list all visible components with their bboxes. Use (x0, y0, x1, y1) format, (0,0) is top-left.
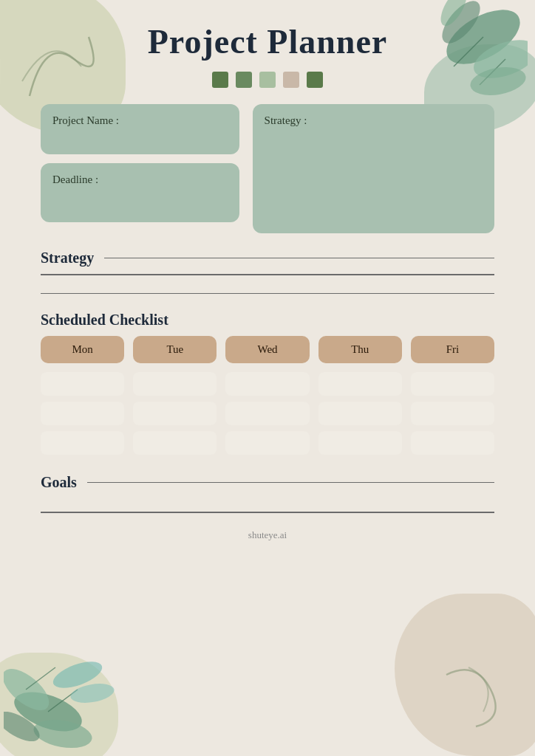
checklist-col-fri (411, 372, 494, 455)
deadline-box[interactable]: Deadline : (41, 163, 239, 222)
strategy-heading-line (104, 258, 494, 259)
day-wed: Wed (225, 336, 309, 363)
checklist-col-thu (318, 372, 402, 455)
checklist-cell[interactable] (411, 372, 494, 396)
day-tue: Tue (133, 336, 217, 363)
checklist-cell[interactable] (133, 402, 217, 425)
page: Project Planner Project Name : Deadline … (0, 0, 535, 756)
checklist-cell[interactable] (411, 402, 494, 425)
info-left-col: Project Name : Deadline : (41, 104, 239, 233)
checklist-cell[interactable] (225, 431, 309, 455)
swatch-2 (236, 72, 252, 88)
strategy-heading: Strategy (41, 250, 494, 267)
checklist-cell[interactable] (133, 372, 217, 396)
checklist-cell[interactable] (225, 372, 309, 396)
footer: shuteye.ai (41, 529, 494, 541)
checklist-cell[interactable] (133, 431, 217, 455)
checklist-grid (41, 372, 494, 455)
squiggle-bottom-right-icon (432, 660, 520, 734)
checklist-cell[interactable] (41, 372, 124, 396)
checklist-cell[interactable] (41, 402, 124, 425)
goals-line-2 (41, 512, 494, 513)
project-name-box[interactable]: Project Name : (41, 104, 239, 154)
strategy-line-1 (41, 274, 494, 275)
page-title: Project Planner (41, 22, 494, 61)
goals-heading-line (87, 482, 494, 484)
checklist-cell[interactable] (318, 431, 402, 455)
checklist-col-mon (41, 372, 124, 455)
swatch-5 (307, 72, 323, 88)
checklist-cell[interactable] (318, 372, 402, 396)
checklist-col-tue (133, 372, 217, 455)
checklist-section: Scheduled Checklist Mon Tue Wed Thu Fri (41, 312, 494, 455)
checklist-cell[interactable] (411, 431, 494, 455)
strategy-label: Strategy : (265, 114, 307, 126)
checklist-heading: Scheduled Checklist (41, 312, 494, 329)
goals-heading: Goals (41, 474, 494, 491)
swatch-1 (212, 72, 228, 88)
strategy-box[interactable]: Strategy : (253, 104, 494, 233)
info-row: Project Name : Deadline : Strategy : (41, 104, 494, 233)
swatch-4 (283, 72, 299, 88)
goals-heading-text: Goals (41, 474, 77, 491)
leaf-bottom-left-icon (4, 653, 122, 756)
day-fri: Fri (411, 336, 494, 363)
days-row: Mon Tue Wed Thu Fri (41, 336, 494, 363)
day-thu: Thu (318, 336, 402, 363)
main-content: Project Planner Project Name : Deadline … (0, 0, 535, 556)
checklist-cell[interactable] (41, 431, 124, 455)
day-mon: Mon (41, 336, 124, 363)
color-swatches (41, 72, 494, 88)
project-name-label: Project Name : (52, 114, 119, 126)
swatch-3 (259, 72, 276, 88)
strategy-line-2 (41, 293, 494, 295)
checklist-cell[interactable] (225, 402, 309, 425)
strategy-section: Strategy (41, 250, 494, 294)
deadline-label: Deadline : (52, 173, 98, 185)
footer-text: shuteye.ai (248, 529, 287, 540)
checklist-heading-text: Scheduled Checklist (41, 312, 168, 329)
strategy-heading-text: Strategy (41, 250, 94, 267)
checklist-cell[interactable] (318, 402, 402, 425)
goals-section: Goals (41, 474, 494, 513)
checklist-col-wed (225, 372, 309, 455)
